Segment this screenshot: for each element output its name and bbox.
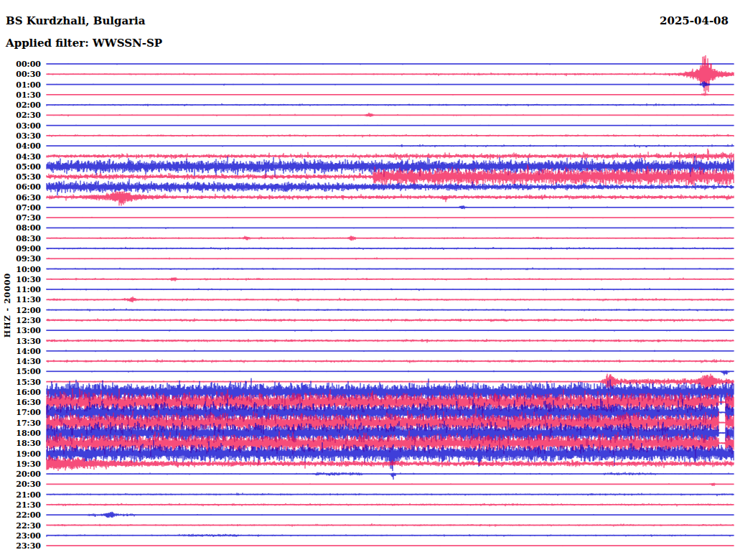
- time-label: 17:30: [16, 419, 41, 428]
- time-label: 19:00: [16, 449, 41, 459]
- time-label: 17:00: [16, 408, 41, 417]
- trace-row-0200: [47, 103, 734, 106]
- trace-row-2300: [47, 534, 734, 537]
- trace-row-0100: [47, 81, 734, 88]
- time-label: 00:30: [16, 70, 41, 79]
- time-label: 18:30: [16, 439, 41, 448]
- trace-row-0930: [47, 257, 734, 259]
- time-label: 00:00: [16, 60, 41, 69]
- time-label: 06:00: [16, 182, 41, 192]
- trace-row-1300: [47, 330, 734, 332]
- time-label: 18:00: [16, 429, 41, 438]
- trace-row-2100: [47, 493, 734, 496]
- trace-row-1500: [47, 370, 734, 375]
- trace-row-2230: [47, 523, 734, 527]
- time-label: 22:00: [16, 510, 41, 520]
- trace-row-0730: [47, 217, 734, 219]
- trace-row-0030: [47, 55, 734, 93]
- time-label: 14:30: [16, 357, 41, 366]
- trace-row-0800: [47, 227, 734, 229]
- trace-row-1400: [47, 350, 734, 352]
- time-label: 19:30: [16, 459, 41, 469]
- trace-row-2030: [47, 483, 734, 486]
- trace-row-1000: [47, 268, 734, 271]
- time-label: 02:00: [16, 101, 41, 110]
- trace-row-1430: [47, 359, 734, 363]
- trace-row-1030: [47, 277, 734, 281]
- time-label: 14:00: [16, 347, 41, 356]
- trace-row-0900: [47, 247, 734, 250]
- trace-row-1130: [47, 297, 734, 302]
- time-label: 05:30: [16, 172, 41, 182]
- trace-row-0130: [47, 93, 734, 95]
- time-label: 13:00: [16, 326, 41, 335]
- time-label: 01:30: [16, 90, 41, 100]
- time-label: 23:30: [16, 541, 41, 551]
- time-label: 11:30: [16, 295, 41, 304]
- trace-row-0000: [47, 63, 734, 65]
- trace-row-1100: [47, 288, 734, 291]
- time-label: 22:30: [16, 521, 41, 531]
- time-label: 09:30: [16, 254, 41, 263]
- trace-row-1330: [47, 339, 734, 343]
- trace-row-1200: [47, 308, 734, 311]
- helicorder-screen: BS Kurdzhali, Bulgaria Applied filter: W…: [0, 0, 735, 560]
- time-label: 10:00: [16, 265, 41, 274]
- time-label: 04:30: [16, 152, 41, 162]
- trace-row-0300: [47, 125, 734, 126]
- time-label: 03:00: [16, 121, 41, 131]
- time-label: 15:30: [16, 378, 41, 387]
- time-label: 06:30: [16, 193, 41, 202]
- time-label: 21:30: [16, 500, 41, 510]
- time-label: 07:00: [16, 203, 41, 213]
- time-label: 08:00: [16, 223, 41, 233]
- trace-row-2000: [47, 472, 734, 480]
- time-label: 11:00: [16, 285, 41, 294]
- trace-row-0830: [47, 235, 734, 241]
- time-label: 08:30: [16, 234, 41, 243]
- time-label: 01:00: [16, 80, 41, 90]
- trace-row-1230: [47, 318, 734, 322]
- trace-row-0700: [47, 205, 734, 209]
- trace-row-2130: [47, 503, 734, 507]
- helicorder-plot: 00:0000:3001:0001:3002:0002:3003:0003:30…: [0, 0, 735, 560]
- time-label: 12:30: [16, 316, 41, 325]
- time-label: 10:30: [16, 275, 41, 284]
- time-label: 16:30: [16, 398, 41, 407]
- time-label: 15:00: [16, 367, 41, 376]
- time-label: 07:30: [16, 213, 41, 223]
- time-label: 05:00: [16, 162, 41, 172]
- time-label: 12:00: [16, 306, 41, 315]
- trace-row-2200: [47, 512, 734, 518]
- time-label: 09:00: [16, 244, 41, 253]
- trace-row-2330: [47, 545, 734, 546]
- time-label: 02:30: [16, 111, 41, 120]
- time-label: 04:00: [16, 141, 41, 151]
- trace-row-0630: [47, 191, 734, 206]
- time-label: 21:00: [16, 490, 41, 500]
- trace-row-0400: [47, 144, 734, 148]
- trace-row-0230: [47, 113, 734, 117]
- time-label: 16:00: [16, 388, 41, 397]
- time-label: 03:30: [16, 131, 41, 141]
- time-label: 13:30: [16, 337, 41, 346]
- time-label: 20:30: [16, 480, 41, 489]
- trace-row-0330: [47, 134, 734, 138]
- time-label: 20:00: [16, 470, 41, 479]
- time-label: 23:00: [16, 531, 41, 541]
